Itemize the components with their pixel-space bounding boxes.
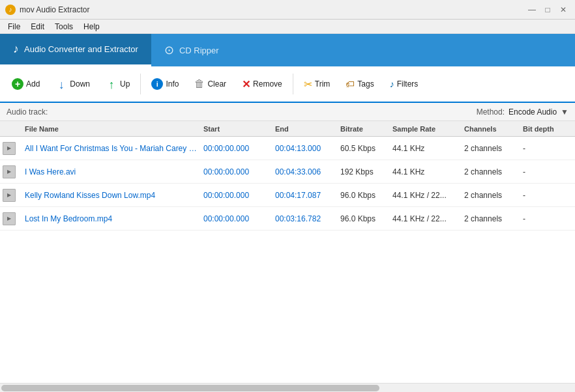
separator-1 <box>140 74 141 94</box>
method-section: Method: Encode Audio ▼ <box>477 107 568 117</box>
file-list-header: File Name Start End Bitrate Sample Rate … <box>0 121 575 137</box>
info-button[interactable]: i Info <box>145 74 185 94</box>
file-channels: 2 channels <box>462 167 520 176</box>
file-name: All I Want For Christmas Is You - Mariah… <box>22 144 201 153</box>
col-end: End <box>273 125 338 133</box>
file-list-container[interactable]: File Name Start End Bitrate Sample Rate … <box>0 121 575 252</box>
tab-converter-label: Audio Converter and Extractor <box>24 44 138 54</box>
down-button[interactable]: ↓ Down <box>49 74 96 94</box>
file-bitrate: 192 Kbps <box>338 167 390 176</box>
file-samplerate: 44.1 KHz / 22... <box>390 191 462 200</box>
file-icon: ▶ <box>3 165 16 178</box>
audio-track-bar: Audio track: Method: Encode Audio ▼ <box>0 103 575 121</box>
menu-item-file[interactable]: File <box>3 21 25 33</box>
file-samplerate: 44.1 KHz / 22... <box>390 214 462 223</box>
table-row[interactable]: ▶ Lost In My Bedroom.mp4 00:00:00.000 00… <box>0 207 575 231</box>
file-end: 00:03:16.782 <box>273 214 338 223</box>
menu-item-tools[interactable]: Tools <box>50 21 78 33</box>
col-samplerate: Sample Rate <box>390 125 462 133</box>
file-bitrate: 96.0 Kbps <box>338 214 390 223</box>
file-start: 00:00:00.000 <box>201 214 273 223</box>
minimize-button[interactable]: — <box>525 3 538 16</box>
col-channels: Channels <box>462 125 520 133</box>
file-name: I Was Here.avi <box>22 167 201 176</box>
menu-bar: FileEditToolsHelp <box>0 20 575 34</box>
method-label: Method: <box>477 107 505 117</box>
title-text: mov Audio Extractor <box>20 5 525 14</box>
window-controls: — □ ✕ <box>525 3 570 16</box>
file-start: 00:00:00.000 <box>201 144 273 153</box>
audio-track-label: Audio track: <box>7 107 48 117</box>
trim-icon: ✂ <box>304 78 312 91</box>
col-filename: File Name <box>22 125 201 133</box>
file-bitrate: 60.5 Kbps <box>338 144 390 153</box>
down-icon: ↓ <box>55 78 67 90</box>
file-bitrate: 96.0 Kbps <box>338 191 390 200</box>
table-row[interactable]: ▶ I Was Here.avi 00:00:00.000 00:04:33.0… <box>0 160 575 184</box>
tab-bar: ♪ Audio Converter and Extractor ⊙ CD Rip… <box>0 34 575 66</box>
toolbar: + Add ↓ Down ↑ Up i Info 🗑 Clear ✕ Remov… <box>0 66 575 103</box>
file-rows: ▶ All I Want For Christmas Is You - Mari… <box>0 137 575 231</box>
file-icon: ▶ <box>3 212 16 225</box>
h-scrollbar[interactable] <box>0 383 575 392</box>
tab-cd[interactable]: ⊙ CD Ripper <box>151 34 232 66</box>
tags-icon: 🏷 <box>346 79 355 89</box>
clear-button[interactable]: 🗑 Clear <box>188 74 233 94</box>
col-bitrate: Bitrate <box>338 125 390 133</box>
file-end: 00:04:17.087 <box>273 191 338 200</box>
remove-button[interactable]: ✕ Remove <box>235 74 289 94</box>
tab-converter[interactable]: ♪ Audio Converter and Extractor <box>0 34 151 66</box>
file-bitdepth: - <box>520 167 572 176</box>
file-name: Kelly Rowland Kisses Down Low.mp4 <box>22 191 201 200</box>
file-samplerate: 44.1 KHz <box>390 144 462 153</box>
file-name: Lost In My Bedroom.mp4 <box>22 214 201 223</box>
table-row[interactable]: ▶ All I Want For Christmas Is You - Mari… <box>0 137 575 160</box>
trim-button[interactable]: ✂ Trim <box>297 74 337 94</box>
app-icon: ♪ <box>5 5 16 15</box>
menu-item-help[interactable]: Help <box>78 21 105 33</box>
file-start: 00:00:00.000 <box>201 191 273 200</box>
file-channels: 2 channels <box>462 191 520 200</box>
add-icon: + <box>12 78 23 90</box>
empty-area <box>0 252 575 383</box>
col-start: Start <box>201 125 273 133</box>
separator-2 <box>293 74 293 94</box>
file-icon: ▶ <box>3 189 16 202</box>
close-button[interactable]: ✕ <box>557 3 570 16</box>
converter-icon: ♪ <box>13 42 19 56</box>
method-value: Encode Audio <box>509 107 557 117</box>
title-bar: ♪ mov Audio Extractor — □ ✕ <box>0 0 575 20</box>
info-icon: i <box>151 78 163 90</box>
col-bitdepth: Bit depth <box>520 125 572 133</box>
maximize-button[interactable]: □ <box>541 3 554 16</box>
file-bitdepth: - <box>520 144 572 153</box>
file-samplerate: 44.1 KHz <box>390 167 462 176</box>
table-row[interactable]: ▶ Kelly Rowland Kisses Down Low.mp4 00:0… <box>0 184 575 207</box>
cd-icon: ⊙ <box>164 43 174 57</box>
file-end: 00:04:13.000 <box>273 144 338 153</box>
main-content: File Name Start End Bitrate Sample Rate … <box>0 121 575 392</box>
method-dropdown-icon[interactable]: ▼ <box>561 107 568 117</box>
add-button[interactable]: + Add <box>5 74 46 94</box>
file-end: 00:04:33.006 <box>273 167 338 176</box>
filters-icon: ♪ <box>390 79 394 89</box>
file-channels: 2 channels <box>462 214 520 223</box>
clear-icon: 🗑 <box>194 78 205 90</box>
file-start: 00:00:00.000 <box>201 167 273 176</box>
filters-button[interactable]: ♪ Filters <box>383 75 425 93</box>
menu-item-edit[interactable]: Edit <box>25 21 50 33</box>
file-channels: 2 channels <box>462 144 520 153</box>
file-icon: ▶ <box>3 142 16 155</box>
remove-icon: ✕ <box>242 78 250 91</box>
tags-button[interactable]: 🏷 Tags <box>339 75 380 93</box>
h-scroll-thumb[interactable] <box>1 385 379 391</box>
file-bitdepth: - <box>520 214 572 223</box>
tab-cd-label: CD Ripper <box>179 46 219 55</box>
up-button[interactable]: ↑ Up <box>99 74 136 94</box>
file-bitdepth: - <box>520 191 572 200</box>
up-icon: ↑ <box>106 78 117 90</box>
